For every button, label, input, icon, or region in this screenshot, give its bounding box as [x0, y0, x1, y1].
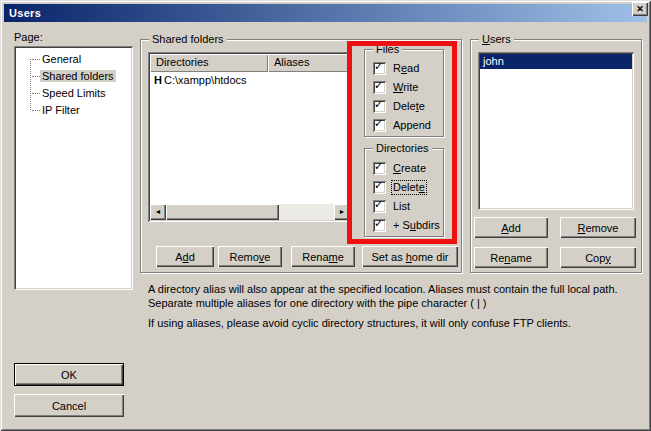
shared-folders-group-label: Shared folders	[149, 32, 227, 46]
directory-path: C:\xampp\htdocs	[164, 73, 247, 88]
column-header-aliases[interactable]: Aliases	[268, 54, 350, 72]
page-item-ip-filter[interactable]: IP Filter	[16, 102, 131, 119]
set-as-home-dir-button[interactable]: Set as home dir	[362, 246, 458, 267]
append-checkbox[interactable]: ✓ Append	[373, 118, 432, 133]
scroll-left-icon: ◄	[155, 208, 162, 215]
ok-button[interactable]: OK	[14, 363, 124, 386]
read-checkbox[interactable]: ✓ Read	[373, 61, 420, 76]
dirs-delete-checkbox[interactable]: ✓ Delete	[373, 180, 426, 195]
directories-listview[interactable]: Directories Aliases H C:\xampp\htdocs ◄ …	[148, 52, 352, 222]
page-list[interactable]: General Shared folders Speed Limits IP F…	[14, 46, 133, 290]
cyclic-note: If using aliases, please avoid cyclic di…	[148, 316, 648, 330]
page-item-shared-folders[interactable]: Shared folders	[16, 68, 131, 85]
user-remove-button[interactable]: Remove	[560, 217, 636, 238]
close-button[interactable]: ✕	[632, 2, 648, 16]
window-title: Users	[4, 7, 41, 19]
listview-header: Directories Aliases	[150, 54, 350, 72]
users-dialog: Users ✕ Page: General Shared folders Spe…	[0, 0, 651, 431]
checkbox-icon: ✓	[373, 200, 386, 213]
scroll-left-button[interactable]: ◄	[150, 204, 166, 220]
create-checkbox[interactable]: ✓ Create	[373, 161, 427, 176]
files-group-label: Files	[373, 42, 402, 56]
scrollbar-thumb[interactable]	[166, 204, 279, 220]
directory-row[interactable]: H C:\xampp\htdocs	[150, 72, 350, 88]
titlebar[interactable]: Users	[4, 4, 647, 22]
checkbox-icon: ✓	[373, 181, 386, 194]
user-add-button[interactable]: Add	[474, 217, 548, 238]
files-delete-checkbox[interactable]: ✓ Delete	[373, 99, 426, 114]
directories-permissions-group: Directories ✓ Create ✓ Delete ✓ List ✓ +…	[364, 148, 444, 237]
alias-note: A directory alias will also appear at th…	[148, 282, 648, 310]
user-row-john[interactable]: john	[480, 54, 632, 69]
user-rename-button[interactable]: Rename	[474, 247, 548, 268]
horizontal-scrollbar[interactable]: ◄ ►	[150, 204, 350, 220]
folder-rename-button[interactable]: Rename	[291, 246, 355, 267]
home-flag: H	[152, 73, 164, 88]
cancel-button[interactable]: Cancel	[14, 394, 124, 417]
page-item-speed-limits[interactable]: Speed Limits	[16, 85, 131, 102]
subdirs-checkbox[interactable]: ✓ + Subdirs	[373, 218, 441, 233]
list-checkbox[interactable]: ✓ List	[373, 199, 411, 214]
column-header-directories[interactable]: Directories	[150, 54, 268, 72]
checkbox-icon: ✓	[373, 219, 386, 232]
checkbox-icon: ✓	[373, 81, 386, 94]
user-copy-button[interactable]: Copy	[560, 247, 636, 268]
page-label: Page:	[14, 31, 43, 43]
checkbox-icon: ✓	[373, 119, 386, 132]
folder-add-button[interactable]: Add	[156, 246, 214, 267]
scroll-right-button[interactable]: ►	[334, 204, 350, 220]
checkbox-icon: ✓	[373, 100, 386, 113]
page-item-general[interactable]: General	[16, 51, 131, 68]
checkbox-icon: ✓	[373, 162, 386, 175]
scroll-right-icon: ►	[339, 208, 346, 215]
files-permissions-group: Files ✓ Read ✓ Write ✓ Delete ✓ Append	[364, 49, 444, 137]
users-list[interactable]: john	[478, 52, 634, 210]
write-checkbox[interactable]: ✓ Write	[373, 80, 419, 95]
directories-group-label: Directories	[373, 141, 432, 155]
users-group-label: Users	[479, 32, 514, 46]
folder-remove-button[interactable]: Remove	[218, 246, 282, 267]
close-icon: ✕	[636, 4, 644, 14]
checkbox-icon: ✓	[373, 62, 386, 75]
